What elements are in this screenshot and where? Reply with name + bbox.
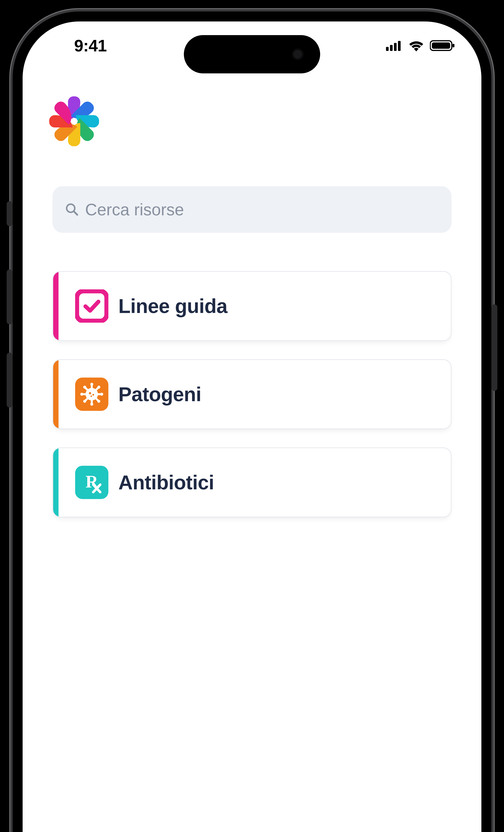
phone-frame: 9:41 [12,11,492,832]
svg-point-25 [97,386,100,389]
side-button-vol-up [7,269,12,324]
status-time: 9:41 [44,36,107,55]
svg-rect-3 [398,41,401,51]
svg-rect-0 [386,47,389,51]
side-button-mute [7,201,12,226]
app-logo [53,100,96,143]
card-stripe [53,360,58,428]
side-button-vol-down [7,353,12,408]
virus-icon [75,378,108,411]
svg-point-23 [90,383,93,386]
card-body: Patogeni [58,360,451,428]
card-label: Linee guida [118,294,227,317]
search-input[interactable] [85,200,440,219]
svg-point-26 [86,388,98,400]
status-bar: 9:41 [23,22,481,60]
card-stripe [53,272,58,340]
svg-rect-2 [394,43,397,51]
resource-card[interactable]: Patogeni [53,359,451,429]
svg-rect-1 [390,45,393,51]
svg-point-11 [100,393,103,396]
card-label: Antibiotici [118,471,214,494]
side-button-power [492,304,497,391]
svg-point-17 [83,400,86,403]
svg-rect-5 [432,43,450,49]
wifi-icon [408,40,424,51]
svg-point-13 [97,400,100,403]
card-body: R Antibiotici [58,448,451,517]
cellular-icon [386,40,402,51]
card-body: Linee guida [58,272,451,340]
svg-point-29 [91,395,92,397]
svg-line-8 [74,211,77,215]
checkbox-icon [75,289,108,323]
svg-point-15 [90,403,93,406]
resource-card[interactable]: Linee guida [53,271,451,341]
screen: 9:41 [23,22,481,832]
svg-point-19 [80,393,83,396]
battery-icon [430,40,455,51]
svg-rect-6 [452,44,454,47]
content-area: Linee guida Patog [23,73,481,832]
resource-card[interactable]: R Antibiotici [53,447,451,517]
svg-point-27 [89,392,91,394]
card-stripe [53,448,58,517]
svg-point-28 [92,394,94,396]
search-bar[interactable] [53,186,451,233]
search-icon [64,202,79,217]
card-label: Patogeni [118,383,201,406]
status-indicators [386,40,460,51]
rx-icon: R [75,466,108,499]
svg-point-21 [83,386,86,389]
